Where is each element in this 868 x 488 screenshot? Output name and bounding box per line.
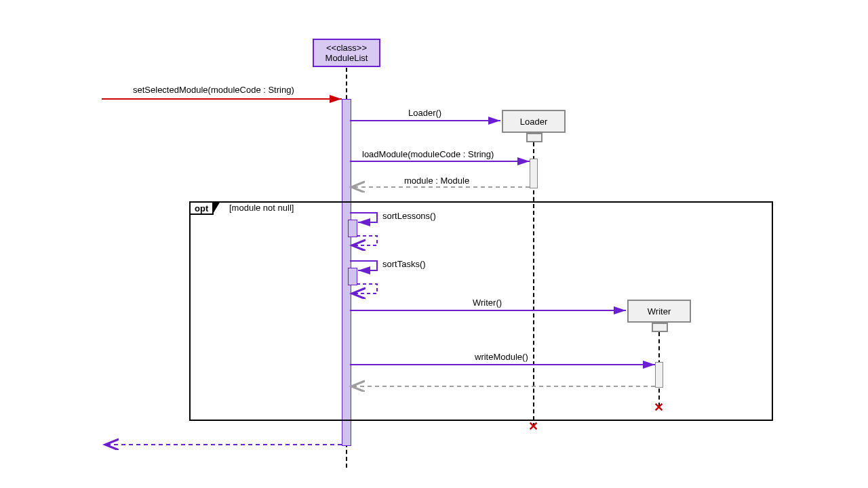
msg-sortlessons: sortLessons() bbox=[382, 211, 436, 221]
participant-stereotype: <<class>> bbox=[321, 43, 372, 53]
participant-name: ModuleList bbox=[321, 53, 372, 63]
activation-loader-loadmodule bbox=[530, 159, 538, 188]
opt-frame bbox=[189, 201, 773, 421]
participant-name: Loader bbox=[520, 117, 547, 127]
msg-sorttasks: sortTasks() bbox=[382, 259, 426, 269]
sequence-diagram: <<class>> ModuleList Loader Writer opt [… bbox=[0, 0, 868, 488]
destroy-loader-icon: ✕ bbox=[528, 420, 538, 432]
opt-frame-guard: [module not null] bbox=[229, 203, 294, 213]
activation-sortlessons bbox=[348, 220, 357, 237]
msg-setselectedmodule: setSelectedModule(moduleCode : String) bbox=[133, 85, 294, 95]
msg-loader-ctor: Loader() bbox=[408, 108, 441, 118]
msg-writemodule: writeModule() bbox=[475, 352, 528, 362]
participant-loader: Loader bbox=[502, 110, 566, 133]
opt-frame-label: opt bbox=[189, 201, 214, 215]
loader-head-tail bbox=[526, 133, 542, 142]
msg-writer-ctor: Writer() bbox=[473, 298, 502, 308]
opt-frame-type: opt bbox=[195, 203, 208, 214]
msg-loadmodule: loadModule(moduleCode : String) bbox=[362, 149, 494, 159]
participant-modulelist: <<class>> ModuleList bbox=[313, 39, 380, 67]
activation-sorttasks bbox=[348, 268, 357, 285]
destroy-writer-icon: ✕ bbox=[654, 401, 664, 413]
msg-module-return: module : Module bbox=[404, 176, 469, 186]
